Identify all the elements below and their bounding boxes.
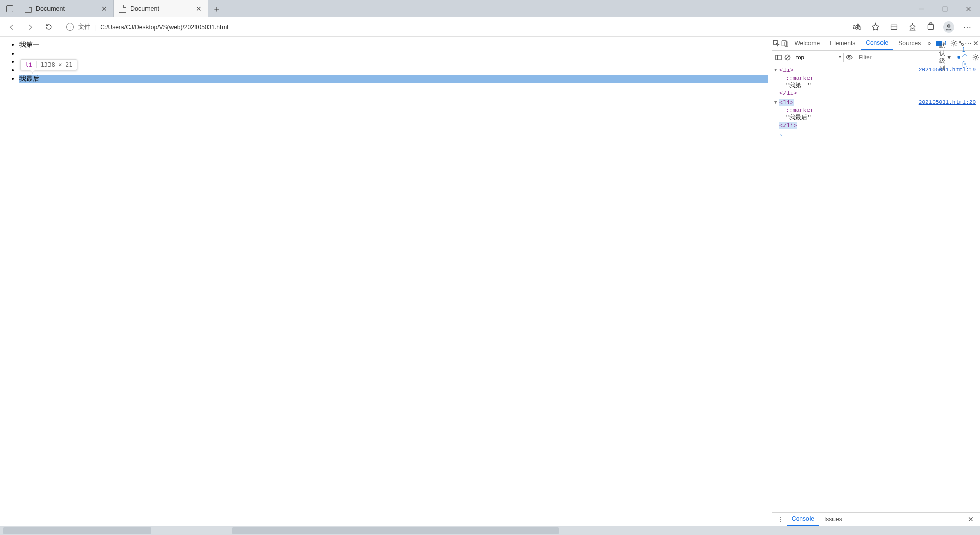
- console-filter-input[interactable]: [855, 53, 937, 62]
- devtools-tab-welcome[interactable]: Welcome: [789, 37, 825, 50]
- new-tab-button[interactable]: ＋: [208, 0, 226, 17]
- devtools-tab-sources[interactable]: Sources: [893, 37, 926, 50]
- inspect-tooltip: li 1338 × 21: [20, 59, 77, 70]
- page-content: 我第一 我最后 li 1338 × 21: [0, 37, 772, 526]
- site-info-icon[interactable]: i: [66, 23, 74, 31]
- console-entry-selected[interactable]: ▼ <li> 202105031.html:20 ::marker "我最后" …: [779, 99, 977, 129]
- browser-tab-0[interactable]: Document ✕: [19, 0, 114, 17]
- svg-rect-11: [782, 41, 786, 46]
- console-context-select[interactable]: top: [793, 53, 844, 62]
- svg-point-16: [962, 44, 964, 46]
- svg-point-21: [848, 56, 850, 58]
- console-toolbar: top 默认级别▼ 1 个问: [772, 51, 980, 64]
- devtools-tab-elements[interactable]: Elements: [825, 37, 861, 50]
- tab-strip: Document ✕ Document ✕ ＋: [0, 0, 980, 17]
- close-window-button[interactable]: [957, 0, 980, 17]
- app-menu-button[interactable]: ⋯: [959, 19, 976, 35]
- svg-rect-7: [928, 24, 933, 29]
- address-bar: i 文件 | C:/Users/CJ/Desktop/VS(web)/20210…: [0, 17, 980, 37]
- drawer-menu-button[interactable]: ⋮: [775, 515, 787, 523]
- maximize-button[interactable]: [933, 0, 957, 17]
- drawer-tab-issues[interactable]: Issues: [819, 513, 847, 526]
- console-prompt[interactable]: ›: [779, 131, 977, 139]
- console-clear-button[interactable]: [784, 52, 791, 62]
- inspect-tag: li: [21, 61, 37, 68]
- browser-tab-1[interactable]: Document ✕: [114, 0, 208, 17]
- tab-manager-button[interactable]: [0, 0, 19, 17]
- source-link[interactable]: 202105031.html:20: [919, 99, 976, 106]
- extensions-button[interactable]: [922, 19, 939, 35]
- tab-title: Document: [130, 5, 190, 12]
- tab-title: Document: [36, 5, 96, 12]
- close-tab-button[interactable]: ✕: [194, 5, 203, 13]
- console-entry[interactable]: ▼ <li> 202105031.html:19 ::marker "我第一" …: [779, 66, 977, 97]
- console-live-expression-button[interactable]: [846, 52, 853, 62]
- list-item: [19, 58, 768, 66]
- inspect-element-button[interactable]: [772, 37, 781, 50]
- console-settings-button[interactable]: [972, 52, 979, 62]
- url-scheme: 文件: [78, 22, 90, 31]
- list-item: [19, 50, 768, 58]
- svg-rect-8: [929, 23, 931, 25]
- svg-point-15: [959, 41, 961, 43]
- avatar-icon: [943, 21, 954, 33]
- document-icon: [24, 5, 32, 13]
- svg-point-14: [953, 42, 955, 44]
- drawer-close-button[interactable]: ✕: [965, 515, 977, 523]
- minimize-button[interactable]: [910, 0, 933, 17]
- list-item: [19, 66, 768, 75]
- collections-button[interactable]: [885, 19, 902, 35]
- devtools-close-button[interactable]: ✕: [972, 37, 980, 50]
- url-field[interactable]: i 文件 | C:/Users/CJ/Desktop/VS(web)/20210…: [61, 20, 844, 34]
- profile-button[interactable]: [940, 19, 958, 35]
- drawer-tab-console[interactable]: Console: [787, 513, 819, 526]
- close-tab-button[interactable]: ✕: [100, 5, 108, 13]
- console-body[interactable]: ▼ <li> 202105031.html:19 ::marker "我第一" …: [772, 64, 980, 512]
- list-item: 我第一: [19, 41, 768, 50]
- svg-rect-1: [943, 7, 947, 11]
- taskbar: [0, 526, 980, 535]
- svg-point-23: [975, 56, 977, 58]
- read-aloud-button[interactable]: aあ: [848, 19, 866, 35]
- svg-rect-4: [891, 25, 897, 29]
- reload-button[interactable]: [40, 19, 57, 35]
- source-link[interactable]: 202105031.html:19: [919, 66, 976, 74]
- back-button[interactable]: [3, 19, 20, 35]
- inspect-dimensions: 1338 × 21: [37, 61, 77, 68]
- devtools-drawer: ⋮ Console Issues ✕: [772, 512, 980, 526]
- forward-button[interactable]: [21, 19, 39, 35]
- device-toolbar-button[interactable]: [781, 37, 790, 50]
- list: 我第一 我最后: [19, 41, 768, 83]
- devtools-more-tabs[interactable]: »: [926, 37, 933, 50]
- favorite-button[interactable]: [867, 19, 884, 35]
- console-sidebar-toggle[interactable]: [775, 52, 782, 62]
- devtools-tab-console[interactable]: Console: [861, 37, 893, 50]
- url-path: C:/Users/CJ/Desktop/VS(web)/202105031.ht…: [100, 23, 228, 31]
- list-item-highlighted: 我最后: [19, 75, 768, 83]
- svg-line-20: [786, 55, 789, 59]
- svg-point-9: [947, 24, 950, 27]
- svg-rect-22: [958, 56, 960, 58]
- svg-rect-17: [776, 55, 781, 59]
- document-icon: [119, 5, 126, 13]
- window-controls: [910, 0, 980, 17]
- devtools-panel: Welcome Elements Console Sources » 1 ⋯ ✕: [772, 37, 980, 526]
- addr-right-icons: aあ ⋯: [848, 19, 976, 35]
- favorites-bar-button[interactable]: [903, 19, 921, 35]
